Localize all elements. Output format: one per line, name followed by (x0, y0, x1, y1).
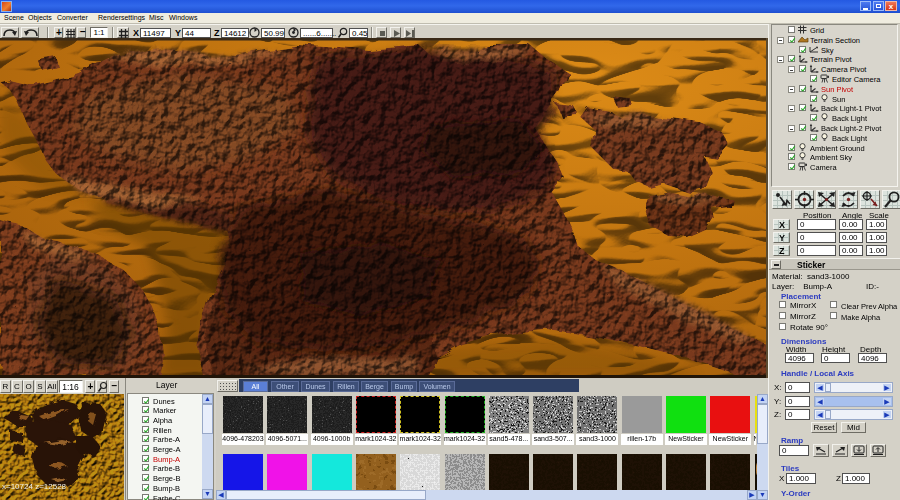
svg-text:x=10724 z=12528: x=10724 z=12528 (2, 482, 67, 491)
